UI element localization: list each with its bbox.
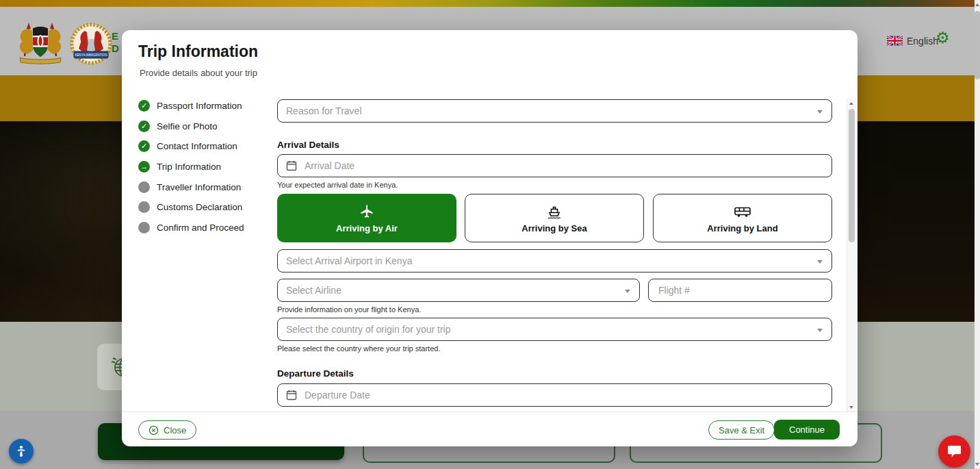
mode-label: Arriving by Air xyxy=(336,223,398,233)
pending-circle-icon xyxy=(138,181,150,193)
gear-icon[interactable]: ⚙ xyxy=(936,30,950,46)
arrival-date-field[interactable] xyxy=(277,154,832,177)
airline-placeholder: Select Airline xyxy=(286,285,341,296)
accessibility-widget-button[interactable] xyxy=(9,439,34,464)
step-label: Traveller Information xyxy=(157,182,241,192)
pending-circle-icon xyxy=(138,222,150,233)
close-circle-icon xyxy=(149,425,159,435)
chevron-down-icon xyxy=(817,329,823,332)
kenya-immigration-emblem: KENYA IMMIGRATION xyxy=(66,21,116,69)
reason-for-travel-placeholder: Reason for Travel xyxy=(286,105,362,116)
arriving-by-air-button[interactable]: Arriving by Air xyxy=(277,194,456,242)
step-label: Passport Information xyxy=(157,101,242,111)
country-of-origin-placeholder: Select the country of origin for your tr… xyxy=(286,324,450,335)
flight-number-input[interactable] xyxy=(657,284,823,296)
chat-widget-button[interactable] xyxy=(938,435,970,468)
plane-icon xyxy=(359,203,375,220)
step-traveller-information[interactable]: Traveller Information xyxy=(138,180,268,194)
calendar-icon xyxy=(286,160,297,171)
arrival-date-help: Your expected arrival date in Kenya. xyxy=(277,181,398,189)
modal-scrollbar-thumb[interactable] xyxy=(849,109,855,242)
chevron-down-icon xyxy=(817,110,823,114)
modal-footer: Close Save & Exit Continue xyxy=(122,411,858,447)
arrival-date-input[interactable] xyxy=(303,160,823,172)
arrival-airport-placeholder: Select Arrival Airport in Kenya xyxy=(286,255,412,266)
step-label: Contact Information xyxy=(157,141,237,151)
chat-bubble-icon xyxy=(946,444,962,459)
close-button-label: Close xyxy=(164,425,186,435)
page-scrollbar-thumb[interactable] xyxy=(975,11,980,79)
departure-details-heading: Departure Details xyxy=(277,368,354,379)
step-customs-declaration[interactable]: Customs Declaration xyxy=(138,200,268,214)
ship-icon xyxy=(546,203,563,220)
flight-help: Provide information on your flight to Ke… xyxy=(277,305,421,314)
step-label: Customs Declaration xyxy=(157,202,242,212)
reason-for-travel-select[interactable]: Reason for Travel xyxy=(277,99,832,123)
modal-title: Trip Information xyxy=(138,42,258,61)
flight-number-field[interactable] xyxy=(648,279,832,302)
step-confirm-and-proceed[interactable]: Confirm and Proceed xyxy=(138,220,268,234)
step-selfie-or-photo[interactable]: ✓ Selfie or Photo xyxy=(138,119,268,133)
continue-button-label: Continue xyxy=(789,424,825,435)
scrollbar-up-icon[interactable] xyxy=(849,102,853,105)
step-label: Selfie or Photo xyxy=(157,121,218,131)
bus-icon xyxy=(734,203,751,220)
check-circle-icon: ✓ xyxy=(138,100,150,112)
step-contact-information[interactable]: ✓ Contact Information xyxy=(138,139,268,153)
arriving-by-sea-button[interactable]: Arriving by Sea xyxy=(465,194,644,242)
check-circle-icon: ✓ xyxy=(138,121,150,132)
arrow-circle-icon: → xyxy=(138,161,150,173)
chevron-down-icon xyxy=(625,290,630,293)
step-passport-information[interactable]: ✓ Passport Information xyxy=(138,99,268,112)
mode-label: Arriving by Sea xyxy=(521,223,586,233)
close-button[interactable]: Close xyxy=(138,420,196,440)
site-title-partial: E D xyxy=(112,30,122,55)
calendar-icon xyxy=(286,390,297,401)
departure-date-input[interactable] xyxy=(303,389,823,401)
save-exit-button-label: Save & Exit xyxy=(719,425,764,435)
arrival-details-heading: Arrival Details xyxy=(277,140,339,150)
pending-circle-icon xyxy=(138,201,150,213)
step-label: Confirm and Proceed xyxy=(157,223,244,233)
scrollbar-down-icon[interactable] xyxy=(975,463,979,466)
country-of-origin-select[interactable]: Select the country of origin for your tr… xyxy=(277,318,832,341)
departure-date-field[interactable] xyxy=(277,383,832,407)
mode-label: Arriving by Land xyxy=(707,223,777,233)
chevron-down-icon xyxy=(817,260,823,264)
accessibility-icon xyxy=(14,444,29,459)
site-title-partial-line1: E xyxy=(112,30,122,42)
airline-select[interactable]: Select Airline xyxy=(277,279,640,302)
top-accent-bar xyxy=(0,0,980,7)
modal-subtitle: Provide details about your trip xyxy=(140,68,257,78)
save-and-exit-button[interactable]: Save & Exit xyxy=(708,420,775,440)
arriving-by-land-button[interactable]: Arriving by Land xyxy=(653,194,832,242)
origin-help: Please select the country where your tri… xyxy=(277,344,440,353)
trip-information-modal: Trip Information Provide details about y… xyxy=(122,30,858,446)
uk-flag-icon xyxy=(887,36,903,49)
step-label: Trip Information xyxy=(157,162,221,172)
scrollbar-up-icon[interactable] xyxy=(975,3,979,6)
site-title-partial-line2: D xyxy=(112,42,122,55)
kenya-coat-of-arms-logo xyxy=(11,22,70,68)
continue-button[interactable]: Continue xyxy=(774,420,840,440)
modal-content-scrollbar[interactable] xyxy=(847,99,856,412)
step-trip-information[interactable]: → Trip Information xyxy=(138,160,268,173)
arrival-airport-select[interactable]: Select Arrival Airport in Kenya xyxy=(277,249,832,272)
emblem-banner-text: KENYA IMMIGRATION xyxy=(75,53,107,57)
scrollbar-down-icon[interactable] xyxy=(849,406,853,409)
language-selector[interactable]: English xyxy=(907,36,938,47)
check-circle-icon: ✓ xyxy=(138,140,150,152)
